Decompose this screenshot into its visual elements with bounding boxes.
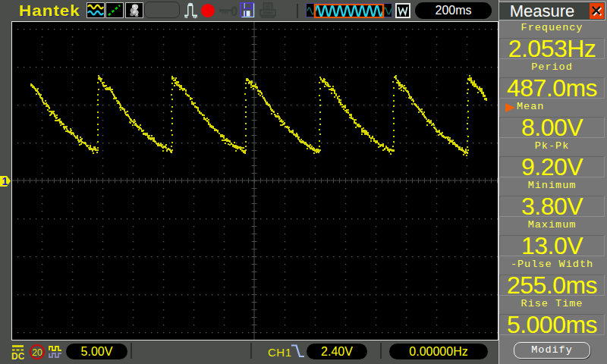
svg-text:DC: DC <box>11 351 24 362</box>
svg-text:1: 1 <box>2 175 8 187</box>
